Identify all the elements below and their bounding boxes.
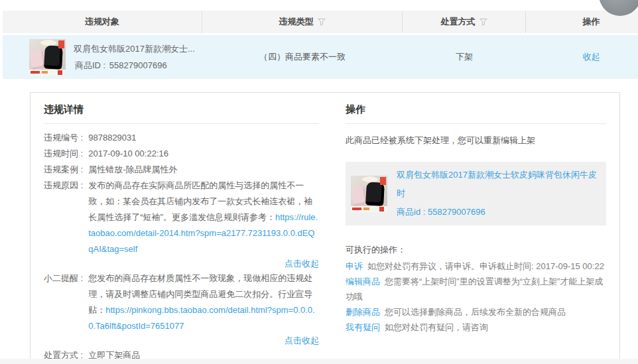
banner-shape xyxy=(29,70,66,76)
stamp-shape xyxy=(58,40,64,48)
field-violation-number: 违规编号 : 9878829031 xyxy=(44,130,319,146)
edit-product-link[interactable]: 编辑商品 xyxy=(346,276,380,286)
product-card: 双肩包女韩版2017新款潮女士软皮妈咪背包休闲牛皮时 商品id : 558279… xyxy=(346,162,606,225)
operation-desc: 如您对处罚有疑问，请咨询 xyxy=(385,322,488,332)
header-violation-type: 违规类型 xyxy=(202,11,403,33)
disposal-cell: 下架 xyxy=(403,35,526,79)
detail-panel: 违规详情 违规编号 : 9878829031 违规时间 : 2017-09-10… xyxy=(30,92,620,364)
appeal-link[interactable]: 申诉 xyxy=(346,261,363,271)
field-violation-reason: 违规原因 : 发布的商品存在实际商品所匹配的属性与选择的属性不一致，如：某会员在… xyxy=(44,178,319,271)
violation-table: 违规对象 违规类型 处置方式 操作 xyxy=(3,11,638,79)
forum-url-link[interactable]: https://pinkong.bbs.taobao.com/detail.ht… xyxy=(88,305,314,331)
product-id-value: 558279007696 xyxy=(109,60,167,70)
product-title: 双肩包女韩版2017新款潮女士... xyxy=(74,40,195,57)
header-label: 操作 xyxy=(583,16,600,28)
field-value: 2017-09-10 00:22:16 xyxy=(88,149,168,158)
banner-shape xyxy=(351,206,387,212)
violation-row: 双肩包女韩版2017新款潮女士... 商品ID : 558279007696 （… xyxy=(3,35,638,79)
violation-detail-section: 违规详情 违规编号 : 9878829031 违规时间 : 2017-09-10… xyxy=(44,99,319,364)
operation-section: 操作 此商品已经被系统下架处理，您可以重新编辑上架 双肩包女韩版2017新款潮女… xyxy=(346,99,606,364)
header-disposal-method: 处置方式 xyxy=(403,11,526,33)
question-link[interactable]: 我有疑问 xyxy=(346,322,380,332)
operation-desc: 您需要将“上架时间”里的设置调整为“立刻上架”才能上架成功哦 xyxy=(346,276,603,302)
card-product-id-line: 商品id : 558279007696 xyxy=(397,203,601,221)
product-thumbnail[interactable] xyxy=(29,39,66,76)
operation-desc: 您可以选择删除商品，后续发布全新的合规商品 xyxy=(385,307,566,317)
card-product-title-link[interactable]: 双肩包女韩版2017新款潮女士软皮妈咪背包休闲牛皮时 xyxy=(397,166,601,203)
black-bag-shape xyxy=(365,182,385,206)
product-image[interactable] xyxy=(351,176,387,212)
header-label: 违规对象 xyxy=(85,16,119,28)
stamp-shape xyxy=(380,177,386,185)
filter-icon[interactable] xyxy=(318,18,326,26)
operation-item-appeal: 申诉如您对处罚有异议，请申诉。申诉截止时间: 2017-09-15 00:22 xyxy=(346,259,606,274)
header-label: 违规类型 xyxy=(279,16,314,28)
delete-product-link[interactable]: 删除商品 xyxy=(346,307,380,317)
field-violation-time: 违规时间 : 2017-09-10 00:22:16 xyxy=(44,146,319,162)
field-label: 小二提醒 : xyxy=(44,271,83,347)
card-text: 双肩包女韩版2017新款潮女士软皮妈咪背包休闲牛皮时 商品id : 558279… xyxy=(397,166,601,221)
header-violation-object: 违规对象 xyxy=(3,11,202,33)
card-product-id-label[interactable]: 商品id : xyxy=(397,207,425,217)
field-violation-case: 违规案例 : 属性错放-除品牌属性外 xyxy=(44,162,319,178)
field-label: 违规案例 : xyxy=(44,162,83,178)
operation-item-delete: 删除商品您可以选择删除商品，后续发布全新的合规商品 xyxy=(346,304,606,320)
collapse-reason-link[interactable]: 点击收起 xyxy=(285,259,319,269)
card-product-id-value[interactable]: 558279007696 xyxy=(428,207,485,217)
violation-object-cell: 双肩包女韩版2017新款潮女士... 商品ID : 558279007696 xyxy=(3,35,202,79)
operations-list: 申诉如您对处罚有异议，请申诉。申诉截止时间: 2017-09-15 00:22 … xyxy=(346,259,606,335)
violation-type: （四）商品要素不一致 xyxy=(259,51,346,63)
operation-cell: 收起 xyxy=(526,35,638,79)
operation-intro: 此商品已经被系统下架处理，您可以重新编辑上架 xyxy=(346,134,606,147)
violation-detail-title: 违规详情 xyxy=(44,99,319,124)
violation-type-cell: （四）商品要素不一致 xyxy=(202,35,403,79)
field-label: 违规时间 : xyxy=(44,146,83,162)
field-label: 违规原因 : xyxy=(44,178,83,271)
pink-bag-shape xyxy=(29,49,46,70)
operation-item-question: 我有疑问如您对处罚有疑问，请咨询 xyxy=(346,320,606,335)
operation-item-edit: 编辑商品您需要将“上架时间”里的设置调整为“立刻上架”才能上架成功哦 xyxy=(346,274,606,304)
pink-bag-shape xyxy=(351,186,367,206)
collapse-reminder-link[interactable]: 点击收起 xyxy=(285,335,319,345)
field-label: 违规编号 : xyxy=(44,130,83,146)
filter-icon[interactable] xyxy=(479,18,487,26)
operation-title: 操作 xyxy=(346,99,606,124)
product-id-line: 商品ID : 558279007696 xyxy=(74,57,195,74)
operation-desc: 如您对处罚有异议，请申诉。申诉截止时间: 2017-09-15 00:22 xyxy=(367,261,604,271)
field-value: 9878829031 xyxy=(88,133,136,143)
field-staff-reminder: 小二提醒 : 您发布的商品存在材质属性不一致现象，现做相应的违规处理，请及时调整… xyxy=(44,271,319,347)
executable-operations-title: 可执行的操作： xyxy=(346,243,606,257)
table-header-row: 违规对象 违规类型 处置方式 操作 xyxy=(3,11,638,33)
black-bag-shape xyxy=(44,45,63,69)
violation-detail-fields: 违规编号 : 9878829031 违规时间 : 2017-09-10 00:2… xyxy=(44,130,319,364)
product-id-label: 商品ID : xyxy=(75,60,105,70)
header-label: 处置方式 xyxy=(441,16,476,28)
page-bottom-edge xyxy=(0,359,638,364)
collapse-row-link[interactable]: 收起 xyxy=(583,51,600,63)
field-value: 属性错放-除品牌属性外 xyxy=(88,164,177,174)
disposal-value: 下架 xyxy=(456,51,473,63)
product-info: 双肩包女韩版2017新款潮女士... 商品ID : 558279007696 xyxy=(74,40,195,74)
